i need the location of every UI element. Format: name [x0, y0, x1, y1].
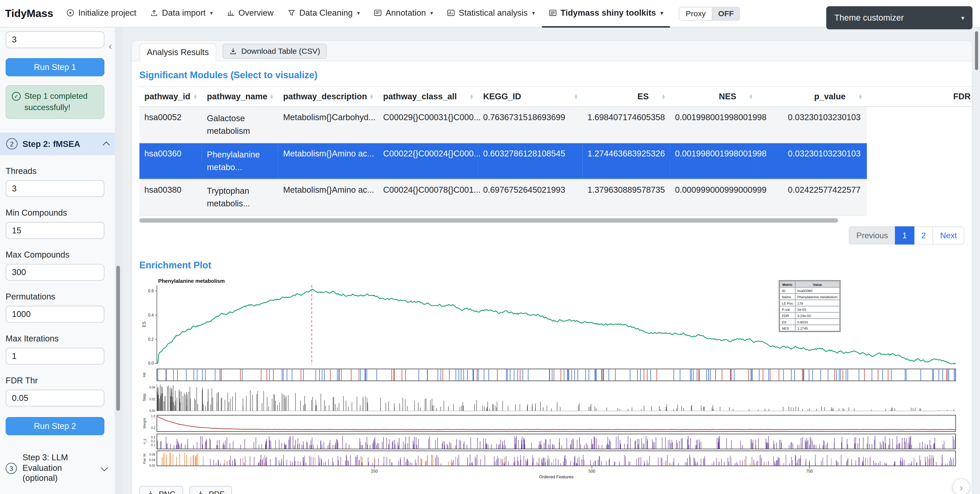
step1-param-input[interactable]	[6, 31, 105, 48]
sort-icons: ▲▼	[469, 94, 474, 99]
field-input-fdr-thr[interactable]	[6, 390, 105, 407]
column-header-pathway-description[interactable]: pathway_description▲▼	[278, 87, 378, 107]
sidebar-scrollbar[interactable]	[116, 266, 120, 411]
sort-icons: ▲▼	[574, 94, 578, 99]
proxy-label: Proxy	[679, 7, 712, 20]
nav-item-data-cleaning[interactable]: Data Cleaning▾	[280, 0, 367, 27]
chevron-down-icon: ▾	[357, 10, 360, 16]
main-nav: Initialize projectData import▾OverviewDa…	[59, 0, 670, 27]
field-input-min-compounds[interactable]	[6, 222, 105, 239]
alert-text: Step 1 completed successfully!	[24, 91, 98, 113]
field-input-threads[interactable]	[6, 180, 105, 198]
nav-item-data-import[interactable]: Data import▾	[143, 0, 220, 27]
field-input-max-iterations[interactable]	[6, 348, 105, 365]
pagination-page-2[interactable]: 2	[914, 227, 933, 245]
table-cell: Galactose metabolism	[202, 107, 278, 143]
column-header-kegg-id[interactable]: KEGG_ID▲▼	[478, 87, 582, 107]
plot-actions: PNG PDF	[139, 486, 964, 494]
main-content: Analysis Results Download Table (CSV) Si…	[123, 27, 980, 494]
nav-item-tidymass-shiny-toolkits[interactable]: Tidymass shiny toolkits▾	[542, 0, 670, 27]
pdf-label: PDF	[209, 490, 224, 494]
check-circle-icon: ✓	[12, 92, 21, 100]
png-label: PNG	[159, 490, 176, 494]
sidebar-collapse-button[interactable]: ‹	[109, 41, 112, 51]
table-cell: Metabolism{}Amino ac...	[278, 179, 378, 216]
column-header-es[interactable]: ES▲▼	[582, 87, 670, 107]
sort-icons: ▲▼	[749, 94, 753, 99]
table-cell: C00029{}C00031{}C000...	[378, 107, 478, 143]
download-icon	[229, 48, 237, 55]
horizontal-scroll-thumb[interactable]	[139, 218, 838, 223]
theme-customizer-toggle[interactable]: Theme customizer ▾	[826, 6, 972, 29]
download-png-button[interactable]: PNG	[139, 486, 183, 494]
nav-item-initialize-project[interactable]: Initialize project	[59, 0, 143, 27]
field-label-permutations: Permutations	[6, 292, 109, 301]
bar-chart-icon	[227, 9, 235, 17]
step1-success-alert: ✓ Step 1 completed successfully!	[6, 85, 105, 119]
field-label-max-iterations: Max Iterations	[6, 334, 109, 344]
step3-section-header[interactable]: 3 Step 3: LLM Evaluation (optional)	[6, 453, 109, 483]
nav-item-label: Annotation	[385, 8, 426, 18]
column-header-pathway-name[interactable]: pathway_name▲▼	[202, 87, 278, 107]
nav-item-annotation[interactable]: Annotation▾	[367, 0, 440, 27]
svg-text:1.0: 1.0	[151, 415, 155, 418]
proxy-state-badge[interactable]: OFF	[712, 7, 740, 20]
run-step-2-button[interactable]: Run Step 2	[6, 418, 105, 435]
svg-text:n_ij: n_ij	[143, 439, 146, 445]
download-icon	[147, 491, 154, 494]
svg-text:Hit: Hit	[142, 373, 146, 378]
results-card-header: Analysis Results Download Table (CSV)	[132, 41, 972, 61]
field-label-max-compounds: Max Compounds	[6, 250, 109, 260]
svg-text:0.00: 0.00	[149, 464, 155, 468]
pagination-previous-button[interactable]: Previous	[849, 227, 896, 245]
sidebar: ‹ Run Step 1 ✓ Step 1 completed successf…	[0, 27, 116, 494]
column-header-pathway-id[interactable]: pathway_id▲▼	[139, 87, 202, 107]
page-scrollbar[interactable]	[975, 31, 978, 70]
app-root: TidyMass Initialize projectData import▾O…	[0, 0, 980, 494]
sort-icons: ▲▼	[193, 94, 197, 99]
step2-section-header[interactable]: 2 Step 2: fMSEA	[0, 133, 115, 155]
table-cell: 0.03230103230103	[757, 107, 867, 143]
column-header-fdr[interactable]: FDR▲▼	[867, 87, 972, 107]
table-row[interactable]: hsa00052Galactose metabolismMetabolism{}…	[139, 107, 972, 143]
significant-modules-title: Significant Modules (Select to visualize…	[139, 70, 964, 80]
chevron-up-icon	[103, 142, 110, 149]
floating-toggle-button[interactable]: ›	[953, 478, 970, 494]
column-header-nes[interactable]: NES▲▼	[670, 87, 757, 107]
download-pdf-button[interactable]: PDF	[189, 486, 232, 494]
field-input-max-compounds[interactable]	[6, 264, 105, 281]
chevron-right-icon: ›	[960, 482, 963, 492]
upload-icon	[150, 9, 158, 17]
column-header-p-value[interactable]: p_value▲▼	[757, 87, 867, 107]
pagination-next-button[interactable]: Next	[933, 227, 964, 245]
nav-item-overview[interactable]: Overview	[220, 0, 280, 27]
enrichment-plot-canvas: Phenylalanine metabolism0.00.20.40.6ESHi…	[139, 277, 964, 480]
column-header-pathway-class-all[interactable]: pathway_class_all▲▼	[378, 87, 478, 107]
table-cell: Metabolism{}Carbohyd...	[278, 107, 378, 143]
field-input-permutations[interactable]	[6, 306, 105, 323]
tab-analysis-results[interactable]: Analysis Results	[139, 43, 216, 61]
svg-text:0.04: 0.04	[149, 386, 155, 390]
table-cell: 1.698407174605358	[582, 107, 670, 143]
table-cell: Tryptophan metabolis...	[202, 179, 278, 216]
run-step-1-button[interactable]: Run Step 1	[6, 58, 105, 76]
svg-text:Pair W.: Pair W.	[143, 453, 146, 464]
nav-item-label: Tidymass shiny toolkits	[560, 8, 656, 18]
table-row[interactable]: hsa00360Phenylalanine metabo...Metabolis…	[139, 143, 972, 179]
table-cell: Metabolism{}Amino ac...	[278, 143, 378, 179]
proxy-toggle[interactable]: Proxy OFF	[679, 7, 740, 20]
svg-text:0.4: 0.4	[148, 313, 154, 317]
table-cell: 0.001998001998001998	[670, 107, 757, 143]
download-table-csv-button[interactable]: Download Table (CSV)	[223, 44, 327, 59]
svg-text:0.2: 0.2	[151, 440, 155, 443]
toolkit-card-icon	[549, 9, 557, 17]
chevron-down-icon	[101, 464, 108, 471]
table-cell: 0.02422577422577	[757, 179, 867, 216]
svg-text:0.08: 0.08	[149, 453, 155, 457]
step2-title: Step 2: fMSEA	[22, 139, 80, 149]
plot-stats-table: MetricValueIDhsa00360NamePhenylalanine m…	[779, 280, 841, 332]
nav-item-statistical-analysis[interactable]: Statistical analysis▾	[440, 0, 542, 27]
field-label-min-compounds: Min Compounds	[6, 209, 109, 218]
pagination-page-1[interactable]: 1	[895, 227, 915, 245]
table-row[interactable]: hsa00380Tryptophan metabolis...Metabolis…	[139, 179, 972, 216]
